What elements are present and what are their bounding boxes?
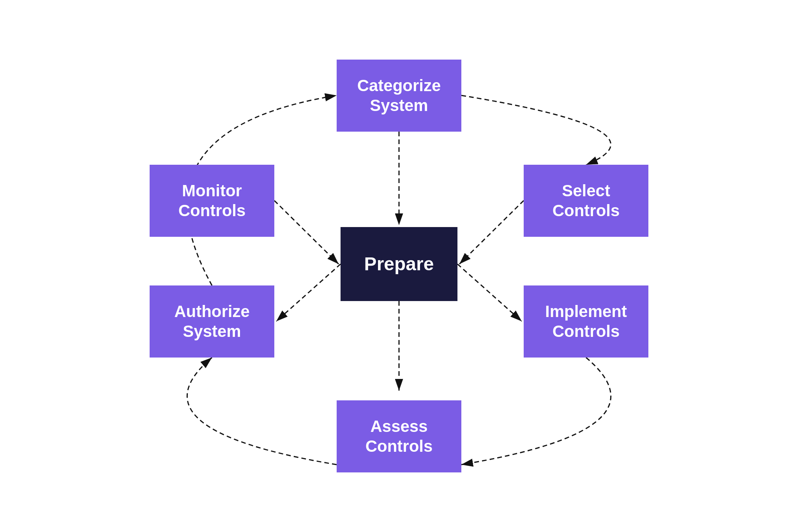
monitor-controls-box: MonitorControls (150, 165, 274, 237)
arrow-outer-bottom-right-arc (461, 358, 611, 465)
select-controls-box: SelectControls (524, 165, 648, 237)
select-controls-label: SelectControls (553, 181, 620, 220)
categorize-system-label: CategorizeSystem (357, 76, 441, 115)
arrow-center-to-right-bottom (457, 264, 522, 321)
assess-controls-label: AssessControls (365, 417, 433, 456)
prepare-box: Prepare (341, 227, 457, 301)
arrow-outer-bottom-left-arc (187, 358, 337, 465)
arrow-right-top-to-center (459, 201, 524, 264)
arrow-left-top-to-center (274, 201, 339, 264)
diagram-container: CategorizeSystem MonitorControls SelectC… (126, 52, 672, 480)
categorize-system-box: CategorizeSystem (337, 60, 461, 132)
authorize-system-label: AuthorizeSystem (174, 302, 250, 341)
implement-controls-label: ImplementControls (545, 302, 627, 341)
arrow-outer-top-right-arc (461, 95, 611, 165)
prepare-label: Prepare (364, 253, 434, 275)
arrow-center-to-left-bottom (276, 264, 341, 321)
assess-controls-box: AssessControls (337, 400, 461, 472)
monitor-controls-label: MonitorControls (178, 181, 246, 220)
authorize-system-box: AuthorizeSystem (150, 285, 274, 358)
implement-controls-box: ImplementControls (524, 285, 648, 358)
